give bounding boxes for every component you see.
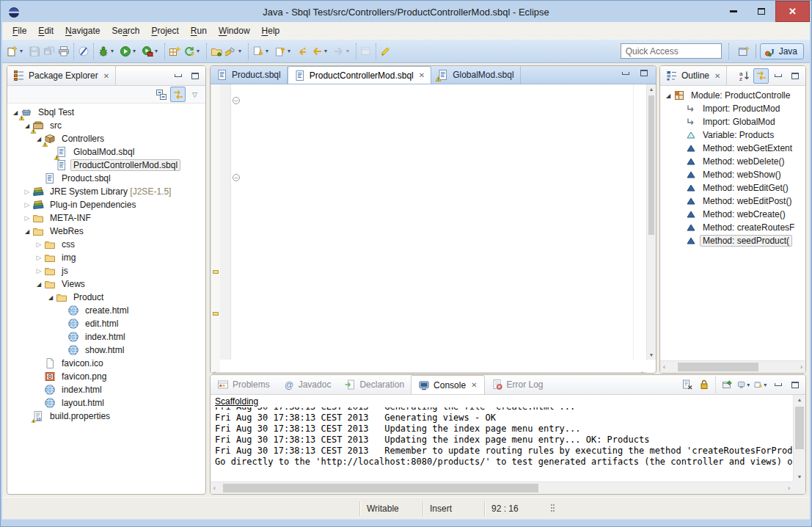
collapsed-arrow-icon[interactable]: ▷ bbox=[22, 214, 32, 222]
outline-item-method-seedproduct[interactable]: Method: seedProduct( bbox=[660, 234, 805, 247]
tree-item-product[interactable]: ◢Product bbox=[7, 291, 205, 304]
scrollbar-thumb[interactable] bbox=[795, 407, 804, 449]
tree-item-webres[interactable]: ◢WebRes bbox=[7, 225, 205, 238]
occurrence-marker[interactable] bbox=[213, 312, 219, 316]
close-icon[interactable]: ✕ bbox=[714, 72, 720, 80]
open-console-button[interactable]: ▾ bbox=[753, 377, 769, 393]
scrollbar-thumb[interactable] bbox=[678, 363, 758, 371]
external-tools-button[interactable]: ▾ bbox=[140, 43, 162, 60]
editor-tab-product-sbql[interactable]: Product.sbql bbox=[211, 66, 288, 84]
console-tab-javadoc[interactable]: @Javadoc bbox=[277, 375, 338, 394]
outline-item-method-webgetextent[interactable]: Method: webGetExtent bbox=[660, 142, 805, 155]
console-tab-problems[interactable]: Problems bbox=[211, 375, 277, 394]
outline-item-import-productmod[interactable]: Import: ProductMod bbox=[660, 102, 805, 115]
fold-collapse-icon[interactable]: – bbox=[233, 174, 240, 181]
skip-breakpoints-button[interactable] bbox=[76, 43, 91, 60]
menu-search[interactable]: Search bbox=[106, 24, 145, 37]
open-resource-button[interactable] bbox=[209, 43, 224, 60]
tree-item-meta-inf[interactable]: ▷META-INF bbox=[7, 211, 205, 225]
link-with-editor-button[interactable] bbox=[753, 68, 769, 84]
clear-console-button[interactable] bbox=[679, 377, 695, 393]
pin-console-button[interactable] bbox=[720, 377, 735, 393]
tab-outline[interactable]: Outline ✕ bbox=[660, 66, 727, 85]
minimize-view-button[interactable] bbox=[770, 68, 786, 84]
outline-item-module-productcontrolle[interactable]: ◢Module: ProductControlle bbox=[660, 89, 805, 102]
next-annotation-button[interactable]: ▾ bbox=[251, 43, 273, 60]
close-icon[interactable]: ✕ bbox=[471, 381, 477, 389]
collapsed-arrow-icon[interactable]: ▷ bbox=[34, 254, 44, 261]
outline-item-method-webdelete[interactable]: Method: webDelete() bbox=[660, 155, 805, 168]
last-edit-location-button[interactable] bbox=[295, 43, 310, 60]
tab-package-explorer[interactable]: Package Explorer ✕ bbox=[7, 66, 116, 85]
menu-window[interactable]: Window bbox=[213, 24, 256, 37]
outline-item-variable-products[interactable]: Variable: Products bbox=[660, 128, 805, 142]
print-button[interactable] bbox=[56, 43, 71, 60]
scroll-up-icon[interactable]: ▲ bbox=[794, 397, 805, 402]
tree-item-js[interactable]: ▷js bbox=[7, 264, 205, 277]
maximize-view-button[interactable] bbox=[636, 65, 651, 81]
collapsed-arrow-icon[interactable]: ▷ bbox=[22, 201, 32, 208]
tree-item-create-html[interactable]: create.html bbox=[7, 304, 205, 317]
outline-item-method-createroutesf[interactable]: Method: createRoutesF bbox=[660, 221, 805, 234]
scroll-left-icon[interactable]: ‹ bbox=[211, 482, 219, 494]
tree-item-product-sbql[interactable]: Product.sbql bbox=[7, 172, 205, 185]
tree-item-plug-in-dependencies[interactable]: ▷Plug-in Dependencies bbox=[7, 198, 205, 211]
scroll-right-icon[interactable]: › bbox=[797, 361, 805, 373]
tree-item-index-html[interactable]: index.html bbox=[7, 330, 205, 344]
minimize-button[interactable] bbox=[720, 1, 747, 22]
display-console-button[interactable]: ▾ bbox=[736, 377, 752, 393]
save-all-button[interactable] bbox=[42, 43, 56, 60]
minimize-view-button[interactable] bbox=[170, 68, 186, 84]
minimize-view-button[interactable] bbox=[618, 65, 633, 81]
occurrence-marker[interactable] bbox=[213, 270, 219, 274]
editor-vertical-scrollbar[interactable]: ▲ ▼ bbox=[646, 84, 656, 360]
maximize-button[interactable] bbox=[747, 1, 775, 22]
link-with-editor-button[interactable] bbox=[170, 87, 186, 102]
outline-item-import-globalmod[interactable]: Import: GlobalMod bbox=[660, 115, 805, 128]
collapsed-arrow-icon[interactable]: ▷ bbox=[34, 267, 44, 275]
mark-occurrences-button[interactable] bbox=[378, 43, 393, 60]
editor-horizontal-scrollbar[interactable]: ‹ › bbox=[211, 372, 646, 373]
open-perspective-button[interactable] bbox=[736, 44, 752, 59]
collapsed-arrow-icon[interactable]: ▷ bbox=[22, 188, 32, 195]
tree-item-layout-html[interactable]: layout.html bbox=[7, 396, 205, 410]
maximize-view-button[interactable] bbox=[787, 68, 802, 84]
scroll-down-icon[interactable]: ▼ bbox=[647, 352, 656, 357]
save-button[interactable] bbox=[27, 43, 42, 60]
debug-button[interactable]: ▾ bbox=[96, 43, 118, 60]
back-button[interactable]: ▾ bbox=[310, 43, 332, 60]
close-icon[interactable]: ✕ bbox=[103, 72, 109, 80]
menu-edit[interactable]: Edit bbox=[32, 24, 59, 37]
console-output[interactable]: Scaffolding Fri Aug 30 17:38:13 CEST 201… bbox=[211, 395, 793, 481]
tree-item-show-html[interactable]: show.html bbox=[7, 344, 205, 357]
outline-item-method-webeditget[interactable]: Method: webEditGet() bbox=[660, 181, 805, 195]
tree-item-sbql-test[interactable]: ◢Sbql Test bbox=[7, 106, 205, 119]
scroll-lock-button[interactable] bbox=[696, 377, 712, 393]
new-wizard-button[interactable]: ▾ bbox=[5, 43, 27, 60]
quick-access-input[interactable] bbox=[621, 43, 722, 59]
tree-item-build-properties[interactable]: 10build.properties bbox=[7, 410, 205, 423]
tree-item-globalmod-sbql[interactable]: GlobalMod.sbql bbox=[7, 145, 205, 159]
status-grip[interactable] bbox=[551, 504, 552, 506]
forward-button[interactable]: ▾ bbox=[332, 43, 354, 60]
java-perspective-button[interactable]: J Java bbox=[760, 43, 804, 59]
generate-button[interactable]: ▾ bbox=[182, 43, 204, 60]
scroll-right-icon[interactable]: › bbox=[785, 482, 793, 494]
sort-button[interactable]: az bbox=[736, 68, 752, 84]
expanded-arrow-icon[interactable]: ◢ bbox=[34, 281, 44, 288]
fold-collapse-icon[interactable]: – bbox=[233, 97, 240, 104]
pin-editor-button[interactable] bbox=[359, 43, 373, 60]
menu-help[interactable]: Help bbox=[256, 24, 286, 37]
tree-item-img[interactable]: ▷img bbox=[7, 251, 205, 264]
tree-item-edit-html[interactable]: edit.html bbox=[7, 317, 205, 330]
collapse-all-button[interactable] bbox=[153, 87, 169, 102]
scroll-up-icon[interactable]: ▲ bbox=[647, 87, 656, 92]
tree-item-css[interactable]: ▷css bbox=[7, 238, 205, 251]
search-button[interactable]: ▾ bbox=[224, 43, 246, 60]
tree-item-controllers[interactable]: ◢Controllers bbox=[7, 132, 205, 145]
tree-item-src[interactable]: ◢src bbox=[7, 119, 205, 132]
expanded-arrow-icon[interactable]: ◢ bbox=[22, 228, 32, 235]
tree-item-index-html[interactable]: index.html bbox=[7, 383, 205, 396]
expanded-arrow-icon[interactable]: ◢ bbox=[45, 294, 56, 301]
tree-item-favicon-png[interactable]: favicon.png bbox=[7, 370, 205, 383]
